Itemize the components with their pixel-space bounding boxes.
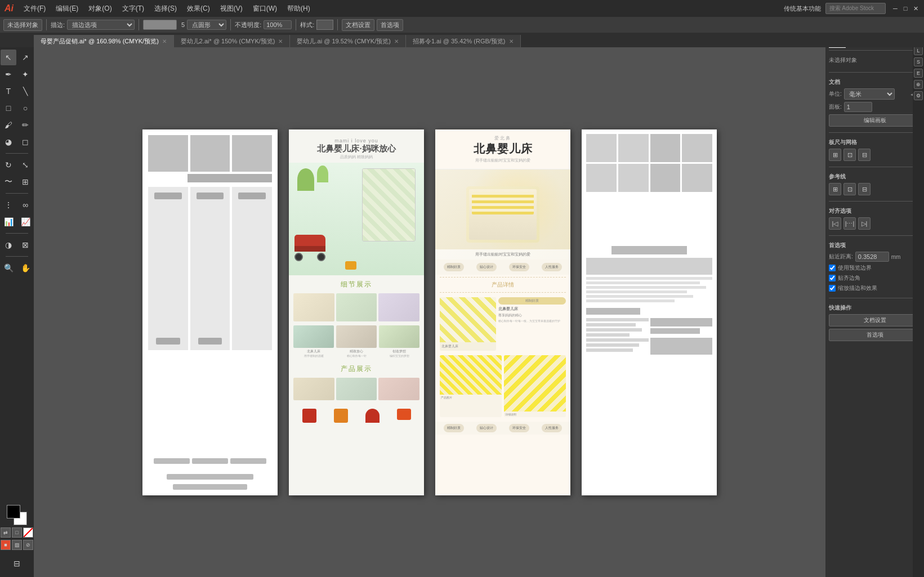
scale-tool[interactable]: ⤡ [17, 157, 33, 173]
tab-0[interactable]: 母婴产品促销.ai* @ 160.98% (CMYK/预览) ✕ [34, 35, 174, 47]
menu-window[interactable]: 窗口(W) [248, 3, 282, 15]
pencil-tool[interactable]: ✏ [17, 117, 33, 133]
free-transform-tool[interactable]: ⊞ [17, 174, 33, 190]
menu-effect[interactable]: 效果(C) [182, 3, 215, 15]
warp-tool[interactable]: 〜 [1, 174, 16, 190]
tab-1-close[interactable]: ✕ [278, 38, 283, 44]
gradient-tool[interactable]: ◑ [1, 237, 16, 253]
rect-tool[interactable]: □ [1, 100, 16, 116]
snap-corners-checkbox[interactable] [829, 275, 836, 281]
p4-col1 [586, 134, 617, 192]
rulers-btn-2[interactable]: ⊡ [843, 183, 856, 195]
shape-select[interactable]: 点圆形 [187, 20, 226, 30]
anchor-tool[interactable]: ✦ [17, 66, 33, 82]
align-right-btn[interactable]: ▷| [858, 217, 871, 230]
grid-btn-3[interactable]: ⊟ [858, 149, 871, 161]
selection-tool[interactable]: ↖ [1, 50, 16, 65]
links-icon[interactable]: ⊕ [914, 80, 923, 89]
close-button[interactable]: ✕ [912, 5, 919, 12]
preview-bounds-checkbox[interactable] [829, 265, 836, 271]
stroke-select[interactable]: 描边选项 [67, 20, 135, 30]
tab-2[interactable]: 婴幼儿.ai @ 19.52% (CMYK/预览) ✕ [290, 35, 405, 47]
page1-footer-items [154, 458, 266, 464]
maximize-button[interactable]: □ [901, 5, 909, 12]
grid-btn-1[interactable]: ⊞ [829, 149, 841, 161]
menu-view[interactable]: 视图(V) [216, 3, 247, 15]
grid-btn-2[interactable]: ⊡ [843, 149, 856, 161]
blend-tool[interactable]: ∞ [17, 197, 33, 213]
swap-colors-icon[interactable]: ⇄ [1, 527, 11, 538]
quick-preferences-btn[interactable]: 首选项 [829, 329, 921, 341]
page2-bottom-items: 北鼻儿床 用手缝制的温暖 精致放心 精心制作每一针 创造梦想 编织宝宝的梦想 [289, 323, 424, 360]
page4-white-area [586, 196, 712, 241]
tab-1-label: 婴幼儿2.ai* @ 150% (CMYK/预览) [181, 37, 275, 46]
feature-1: 精制好质 [444, 263, 464, 271]
menu-text[interactable]: 文字(T) [118, 3, 149, 15]
pen-tools: ✒ ✦ [1, 66, 33, 82]
page1-white-section [148, 357, 272, 469]
workspace-label[interactable]: 传统基本功能 [784, 5, 821, 13]
settings-icon[interactable]: ⚙ [914, 91, 923, 100]
menu-help[interactable]: 帮助(H) [283, 3, 315, 15]
tab-1[interactable]: 婴幼儿2.ai* @ 150% (CMYK/预览) ✕ [174, 35, 291, 47]
tab-2-close[interactable]: ✕ [394, 38, 399, 44]
none-icon[interactable] [23, 527, 33, 538]
align-left-btn[interactable]: |◁ [829, 217, 841, 230]
type-tool[interactable]: T [1, 83, 16, 99]
mesh-tool[interactable]: ⊠ [17, 237, 33, 253]
zoom-tool[interactable]: 🔍 [1, 260, 16, 276]
blob-brush-tool[interactable]: ◕ [1, 134, 16, 150]
page2-main-title: 北鼻婴儿床·妈咪放心 [294, 144, 418, 154]
feature-4: 人性服务 [542, 263, 562, 271]
page2-desc: 品质妈妈 精致妈妈 [294, 154, 418, 160]
bar-graph-tool[interactable]: 📈 [17, 214, 33, 230]
paintbrush-tool[interactable]: 🖌 [1, 117, 16, 133]
menu-file[interactable]: 文件(F) [19, 3, 50, 15]
page2-section1-title: 细节展示 [289, 275, 424, 292]
doc-settings-btn[interactable]: 文档设置 [342, 19, 374, 31]
align-center-btn[interactable]: |⋯| [843, 217, 856, 230]
minimize-button[interactable]: ─ [891, 5, 899, 12]
menu-object[interactable]: 对象(O) [84, 3, 116, 15]
artboard-tool[interactable]: ⊟ [9, 556, 25, 571]
rotate-tool[interactable]: ↻ [1, 157, 16, 173]
toy-3 [365, 409, 380, 423]
menu-select[interactable]: 选择(S) [150, 3, 181, 15]
hand-tool[interactable]: ✋ [17, 260, 33, 276]
color-mode-icon[interactable]: ■ [1, 540, 11, 550]
quick-doc-settings-btn[interactable]: 文档设置 [829, 314, 921, 326]
snap-input[interactable] [855, 252, 889, 262]
pages-input[interactable] [844, 102, 872, 112]
search-stock[interactable]: 搜索 Adobe Stock [825, 3, 886, 14]
menu-edit[interactable]: 编辑(E) [51, 3, 83, 15]
scale-strokes-checkbox[interactable] [829, 285, 836, 292]
eraser-tool[interactable]: ◻ [17, 134, 33, 150]
default-colors-icon[interactable]: □ [12, 527, 22, 538]
none-mode-icon[interactable]: ⊘ [23, 540, 33, 550]
gradient-mode-icon[interactable]: ▨ [12, 540, 22, 550]
rulers-btn-1[interactable]: ⊞ [829, 183, 841, 195]
direct-select-tool[interactable]: ↗ [17, 50, 33, 65]
fill-color-box[interactable] [7, 505, 20, 518]
edit-artboard-btn[interactable]: 编辑画板 [829, 114, 921, 127]
page2-title-area: mami i love you 北鼻婴儿床·妈咪放心 品质妈妈 精致妈妈 [289, 129, 424, 163]
graph-tool[interactable]: 📊 [1, 214, 16, 230]
libraries-icon[interactable]: L [914, 46, 923, 55]
fill-stroke-boxes[interactable] [7, 505, 27, 525]
line-tool[interactable]: ╲ [17, 83, 33, 99]
page3-brand-title: 北鼻婴儿床 [441, 141, 565, 156]
tab-0-close[interactable]: ✕ [162, 38, 167, 44]
rulers-btn-3[interactable]: ⊟ [858, 183, 871, 195]
export-icon[interactable]: E [914, 69, 923, 78]
page3-side-title: 北鼻婴儿床 [498, 306, 566, 312]
opacity-input[interactable] [264, 20, 292, 29]
tab-3-close[interactable]: ✕ [509, 38, 514, 44]
ellipse-tool[interactable]: ○ [17, 100, 33, 116]
symbols-icon[interactable]: S [914, 57, 923, 66]
tab-3[interactable]: 招募令1.ai @ 35.42% (RGB/预览) ✕ [406, 35, 521, 47]
pen-tool[interactable]: ✒ [1, 66, 16, 82]
eyedropper-tool[interactable]: ⋮ [1, 197, 16, 213]
preferences-btn[interactable]: 首选项 [377, 19, 403, 31]
p1-item [154, 193, 182, 199]
unit-select[interactable]: 毫米 [844, 88, 895, 100]
